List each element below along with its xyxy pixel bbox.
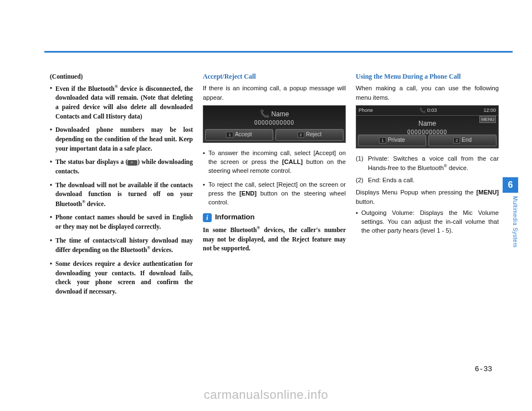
incoming-call-screenshot: 📞 Name 00000000000 1Accept 2Reject <box>203 105 346 143</box>
text: Even if the Bluetooth <box>55 85 115 92</box>
bullet-item: The time of contacts/call history downlo… <box>50 236 193 255</box>
intro-text: When making a call, you can use the foll… <box>356 84 499 101</box>
sidebar-tab: 6 Multimedia System <box>503 177 518 277</box>
menu-button-ref: [MENU] <box>477 189 499 196</box>
intro-text: If there is an incoming call, a popup me… <box>203 84 346 101</box>
top-rule <box>44 51 513 53</box>
bullet-item: The download will not be available if th… <box>50 181 193 209</box>
list-item: (2)End: Ends a call. <box>356 176 499 184</box>
bullet-item: Some devices require a device authentica… <box>50 259 193 296</box>
bullet-list-1: Even if the Bluetooth® device is disconn… <box>50 84 193 296</box>
end-button-ref: [END] <box>239 190 257 197</box>
continued-label: (Continued) <box>50 72 193 81</box>
list-item: To reject the call, select [Reject] on t… <box>203 180 346 207</box>
text: devices. <box>150 246 173 253</box>
accept-softkey: 1Accept <box>205 129 273 141</box>
heading-menu-call: Using the Menu During a Phone Call <box>356 72 499 81</box>
list-item: To answer the incoming call, select [Acc… <box>203 148 346 176</box>
info-heading: i Information <box>203 212 346 223</box>
menu-popup-text: Displays Menu Popup when pressing the [M… <box>356 188 499 206</box>
reject-softkey: 2Reject <box>275 129 344 141</box>
info-label: Information <box>215 212 255 223</box>
instruction-list: To answer the incoming call, select [Acc… <box>203 148 346 207</box>
in-call-screenshot: Phone 📞 0:03 12:00 MENU Name 00000000000… <box>356 105 499 148</box>
numbered-list: (1)Private: Switches a voice call from t… <box>356 154 499 184</box>
column-3: Using the Menu During a Phone Call When … <box>356 72 499 378</box>
text: device. <box>85 201 105 207</box>
call-timer: 0:03 <box>427 107 437 113</box>
info-icon: i <box>203 213 212 222</box>
page-content: (Continued) Even if the Bluetooth® devic… <box>50 72 499 378</box>
clock: 12:00 <box>483 107 496 114</box>
heading-accept-reject: Accept/Reject Call <box>203 72 346 81</box>
column-2: Accept/Reject Call If there is an incomi… <box>203 72 346 378</box>
download-icon <box>127 160 137 166</box>
caller-number: 00000000000 <box>203 119 345 127</box>
bullet-item: Downloaded phone numbers may be lost dep… <box>50 125 193 153</box>
end-softkey: 2End <box>428 135 497 146</box>
caller-name: Name <box>271 110 289 118</box>
text: The download will not be available if th… <box>55 182 193 207</box>
column-1: (Continued) Even if the Bluetooth® devic… <box>50 72 193 378</box>
text: The status bar displays a ( <box>55 158 127 165</box>
bullet-item: Even if the Bluetooth® device is disconn… <box>50 84 193 121</box>
hdr-phone: Phone <box>359 107 373 114</box>
chapter-label: Multimedia System <box>503 196 518 248</box>
info-body: In some Bluetooth® devices, the caller's… <box>203 225 346 253</box>
call-button-ref: [CALL] <box>282 158 303 165</box>
page-number: 6-33 <box>475 365 492 373</box>
outgoing-volume-list: Outgoing Volume: Displays the Mic Volume… <box>356 208 499 235</box>
list-item: Outgoing Volume: Displays the Mic Volume… <box>356 208 499 235</box>
watermark: carmanualsonline.info <box>0 388 532 402</box>
bullet-item: Phone contact names should be saved in E… <box>50 213 193 231</box>
private-softkey: 1Private <box>358 135 426 146</box>
bullet-item: The status bar displays a () while downl… <box>50 157 193 176</box>
list-item: (1)Private: Switches a voice call from t… <box>356 154 499 172</box>
chapter-number: 6 <box>503 177 518 193</box>
caller-name: Name <box>356 119 498 129</box>
